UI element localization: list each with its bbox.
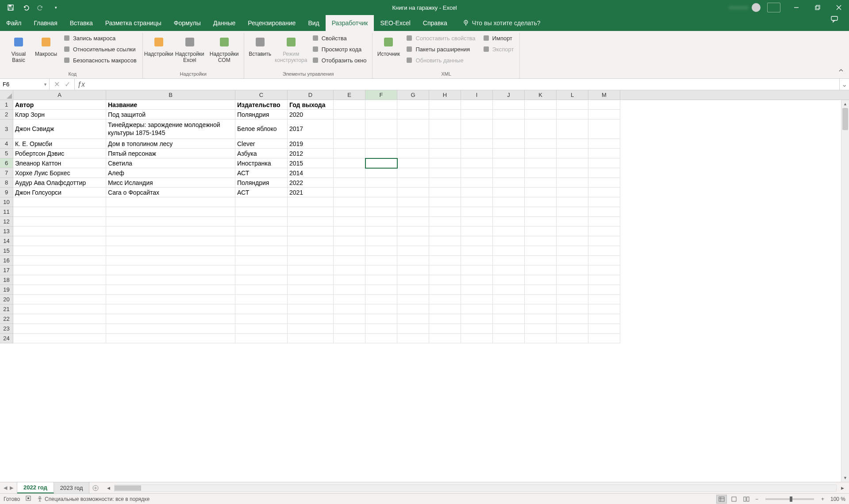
cell-J22[interactable] bbox=[493, 314, 525, 324]
col-header-D[interactable]: D bbox=[288, 90, 334, 100]
sheet-tab-2023-год[interactable]: 2023 год bbox=[54, 482, 90, 493]
cell-G8[interactable] bbox=[397, 178, 429, 188]
hscroll-left-button[interactable]: ◀ bbox=[104, 486, 112, 490]
cell-K22[interactable] bbox=[525, 314, 557, 324]
cell-K3[interactable] bbox=[525, 119, 557, 139]
cell-E22[interactable] bbox=[334, 314, 365, 324]
cell-G3[interactable] bbox=[397, 119, 429, 139]
cell-J13[interactable] bbox=[493, 227, 525, 236]
row-header-13[interactable]: 13 bbox=[0, 227, 13, 236]
cell-B9[interactable]: Сага о Форсайтах bbox=[106, 188, 235, 197]
cell-B24[interactable] bbox=[106, 334, 235, 343]
cell-C18[interactable] bbox=[235, 275, 288, 285]
cell-L6[interactable] bbox=[557, 158, 588, 168]
undo-button[interactable] bbox=[19, 1, 32, 14]
cell-G22[interactable] bbox=[397, 314, 429, 324]
row-header-19[interactable]: 19 bbox=[0, 285, 13, 295]
cell-D7[interactable]: 2014 bbox=[288, 168, 334, 178]
cell-D8[interactable]: 2022 bbox=[288, 178, 334, 188]
cell-B1[interactable]: Название bbox=[106, 100, 235, 110]
cell-A1[interactable]: Автор bbox=[13, 100, 106, 110]
cell-B14[interactable] bbox=[106, 236, 235, 246]
formula-expand-button[interactable]: ⌄ bbox=[839, 79, 849, 90]
col-header-C[interactable]: C bbox=[235, 90, 288, 100]
minimize-button[interactable] bbox=[786, 0, 807, 15]
cell-A6[interactable]: Элеанор Каттон bbox=[13, 158, 106, 168]
view-page-break-button[interactable] bbox=[741, 495, 752, 504]
cell-C20[interactable] bbox=[235, 295, 288, 304]
cell-C6[interactable]: Иностранка bbox=[235, 158, 288, 168]
cell-E7[interactable] bbox=[334, 168, 365, 178]
ribbon-small-Пакеты-расширения[interactable]: Пакеты расширения bbox=[403, 44, 478, 54]
menu-tab-справка[interactable]: Справка bbox=[417, 15, 453, 31]
cell-C13[interactable] bbox=[235, 227, 288, 236]
cell-H23[interactable] bbox=[429, 324, 461, 334]
avatar[interactable] bbox=[752, 3, 761, 12]
cell-K7[interactable] bbox=[525, 168, 557, 178]
maximize-button[interactable] bbox=[807, 0, 828, 15]
cell-A13[interactable] bbox=[13, 227, 106, 236]
menu-tab-вставка[interactable]: Вставка bbox=[64, 15, 99, 31]
cell-A22[interactable] bbox=[13, 314, 106, 324]
scroll-up-button[interactable]: ▲ bbox=[841, 100, 849, 108]
cell-H3[interactable] bbox=[429, 119, 461, 139]
cell-F16[interactable] bbox=[365, 256, 397, 265]
cell-E8[interactable] bbox=[334, 178, 365, 188]
cell-C22[interactable] bbox=[235, 314, 288, 324]
cell-L2[interactable] bbox=[557, 110, 588, 119]
row-header-17[interactable]: 17 bbox=[0, 265, 13, 275]
cell-H11[interactable] bbox=[429, 207, 461, 217]
cell-E21[interactable] bbox=[334, 304, 365, 314]
cell-E5[interactable] bbox=[334, 149, 365, 158]
col-header-I[interactable]: I bbox=[461, 90, 493, 100]
cell-G24[interactable] bbox=[397, 334, 429, 343]
formula-input[interactable] bbox=[88, 79, 839, 90]
cell-C5[interactable]: Азбука bbox=[235, 149, 288, 158]
enter-formula-button[interactable]: ✓ bbox=[62, 80, 73, 88]
cell-L19[interactable] bbox=[557, 285, 588, 295]
cell-F15[interactable] bbox=[365, 246, 397, 256]
row-header-22[interactable]: 22 bbox=[0, 314, 13, 324]
row-header-12[interactable]: 12 bbox=[0, 217, 13, 227]
cell-H15[interactable] bbox=[429, 246, 461, 256]
cell-D15[interactable] bbox=[288, 246, 334, 256]
cell-G21[interactable] bbox=[397, 304, 429, 314]
cell-D24[interactable] bbox=[288, 334, 334, 343]
view-normal-button[interactable] bbox=[716, 495, 727, 504]
cell-D9[interactable]: 2021 bbox=[288, 188, 334, 197]
cell-E13[interactable] bbox=[334, 227, 365, 236]
cell-A16[interactable] bbox=[13, 256, 106, 265]
menu-tab-вид[interactable]: Вид bbox=[302, 15, 325, 31]
vertical-scrollbar[interactable]: ▲ ▼ bbox=[841, 100, 849, 482]
cell-D6[interactable]: 2015 bbox=[288, 158, 334, 168]
cell-F19[interactable] bbox=[365, 285, 397, 295]
cell-M10[interactable] bbox=[588, 197, 620, 207]
cell-E15[interactable] bbox=[334, 246, 365, 256]
cell-F5[interactable] bbox=[365, 149, 397, 158]
qat-customize-button[interactable]: ▾ bbox=[50, 1, 62, 14]
ribbon-big-Надстройки[interactable]: Надстройки bbox=[146, 33, 172, 70]
col-header-G[interactable]: G bbox=[397, 90, 429, 100]
cell-G1[interactable] bbox=[397, 100, 429, 110]
cell-G14[interactable] bbox=[397, 236, 429, 246]
cell-F4[interactable] bbox=[365, 139, 397, 149]
row-header-21[interactable]: 21 bbox=[0, 304, 13, 314]
cell-C1[interactable]: Издательство bbox=[235, 100, 288, 110]
cell-B4[interactable]: Дом в тополином лесу bbox=[106, 139, 235, 149]
cell-B19[interactable] bbox=[106, 285, 235, 295]
cell-B15[interactable] bbox=[106, 246, 235, 256]
cell-B2[interactable]: Под защитой bbox=[106, 110, 235, 119]
cell-M1[interactable] bbox=[588, 100, 620, 110]
cell-G9[interactable] bbox=[397, 188, 429, 197]
cell-K13[interactable] bbox=[525, 227, 557, 236]
cell-A21[interactable] bbox=[13, 304, 106, 314]
cell-H8[interactable] bbox=[429, 178, 461, 188]
col-header-E[interactable]: E bbox=[334, 90, 365, 100]
cell-H14[interactable] bbox=[429, 236, 461, 246]
cell-J8[interactable] bbox=[493, 178, 525, 188]
cell-A5[interactable]: Робертсон Дэвис bbox=[13, 149, 106, 158]
cell-D1[interactable]: Год выхода bbox=[288, 100, 334, 110]
row-header-7[interactable]: 7 bbox=[0, 168, 13, 178]
sheet-nav-prev[interactable]: ◀ bbox=[4, 485, 7, 491]
cell-F2[interactable] bbox=[365, 110, 397, 119]
